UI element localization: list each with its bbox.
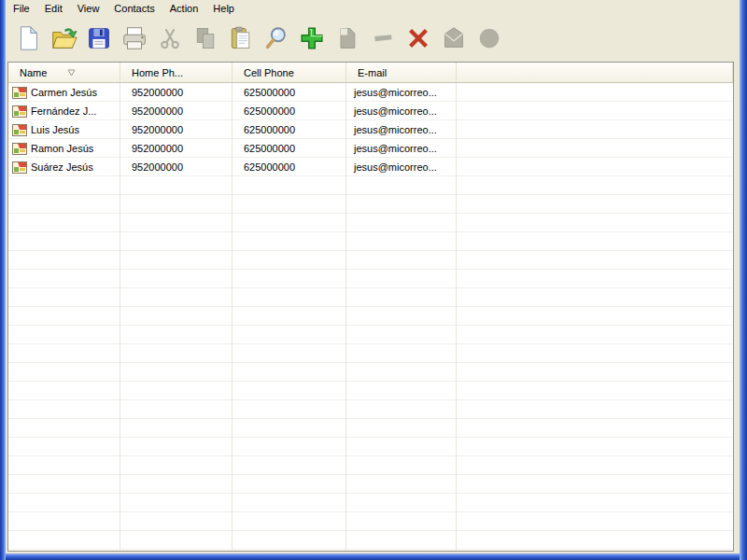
contact-name-text: Carmen Jesús bbox=[31, 87, 97, 98]
contact-card-icon bbox=[12, 142, 27, 156]
scissors-icon bbox=[157, 24, 183, 52]
contact-card-icon bbox=[12, 161, 27, 175]
save-floppy-icon bbox=[85, 24, 113, 52]
window-border-bottom bbox=[0, 553, 747, 560]
menu-item-contacts[interactable]: Contacts bbox=[106, 1, 162, 16]
window-border-right bbox=[740, 0, 747, 560]
cell-cell-phone: 625000000 bbox=[233, 83, 346, 102]
contacts-table: NameHome Ph...Cell PhoneE-mail Carmen Je… bbox=[7, 62, 734, 552]
contact-row[interactable]: Suárez Jesús952000000625000000jesus@mico… bbox=[8, 158, 733, 176]
contact-name-text: Luis Jesús bbox=[31, 124, 79, 135]
column-header-home_phone[interactable]: Home Ph... bbox=[120, 63, 233, 82]
column-header-label: Name bbox=[20, 67, 47, 78]
open-folder-icon bbox=[49, 24, 78, 52]
toolbar bbox=[6, 16, 740, 60]
column-header-name[interactable]: Name bbox=[8, 63, 120, 82]
contact-card-icon bbox=[12, 86, 27, 100]
remove-contact-button bbox=[365, 21, 401, 56]
cell-name: Fernández J... bbox=[8, 102, 120, 120]
contact-row[interactable]: Ramon Jesús952000000625000000jesus@micor… bbox=[8, 139, 733, 158]
menu-item-file[interactable]: File bbox=[6, 1, 37, 16]
cell-home-phone: 952000000 bbox=[120, 102, 233, 120]
send-mail-button bbox=[436, 21, 472, 56]
cut-button bbox=[152, 21, 188, 56]
contact-row[interactable]: Fernández J...952000000625000000jesus@mi… bbox=[8, 102, 733, 120]
cell-home-phone: 952000000 bbox=[120, 139, 233, 158]
printer-icon bbox=[120, 24, 149, 52]
contact-card-icon bbox=[12, 123, 27, 137]
gray-minus-icon bbox=[369, 24, 397, 52]
cell-email: jesus@micorreo... bbox=[346, 102, 457, 120]
new-document-icon bbox=[14, 24, 42, 52]
new-button[interactable] bbox=[10, 21, 46, 56]
cell-name: Ramon Jesús bbox=[8, 139, 120, 158]
envelope-icon bbox=[440, 24, 468, 52]
contact-row[interactable]: Carmen Jesús952000000625000000jesus@mico… bbox=[8, 83, 733, 102]
contact-card-icon bbox=[12, 105, 27, 119]
cell-cell-phone: 625000000 bbox=[233, 139, 346, 158]
cell-cell-phone: 625000000 bbox=[233, 120, 346, 139]
column-header-label: Home Ph... bbox=[132, 67, 183, 78]
contact-row[interactable]: Luis Jesús952000000625000000jesus@micorr… bbox=[8, 120, 733, 139]
cell-name: Suárez Jesús bbox=[8, 158, 120, 176]
add-contact-button[interactable] bbox=[294, 21, 330, 56]
column-header-email[interactable]: E-mail bbox=[346, 63, 457, 82]
cell-email: jesus@micorreo... bbox=[346, 120, 457, 139]
column-header-label: Cell Phone bbox=[244, 67, 294, 78]
save-button[interactable] bbox=[81, 21, 117, 56]
gray-ball-icon bbox=[475, 24, 503, 52]
column-header-cell_phone[interactable]: Cell Phone bbox=[233, 63, 346, 82]
paste-button[interactable] bbox=[223, 21, 259, 56]
copy-button bbox=[188, 21, 223, 56]
cell-home-phone: 952000000 bbox=[120, 83, 233, 102]
column-header-filler bbox=[457, 63, 733, 82]
cell-cell-phone: 625000000 bbox=[233, 102, 346, 120]
red-x-icon bbox=[404, 24, 432, 52]
clipboard-icon bbox=[228, 24, 254, 52]
print-button[interactable] bbox=[117, 21, 152, 56]
gray-page-icon bbox=[334, 24, 360, 52]
window-border-left bbox=[0, 0, 6, 560]
cell-cell-phone: 625000000 bbox=[233, 158, 346, 176]
cell-home-phone: 952000000 bbox=[120, 158, 233, 176]
cell-email: jesus@micorreo... bbox=[346, 83, 457, 102]
contact-name-text: Fernández J... bbox=[31, 105, 96, 117]
magnifier-icon bbox=[262, 24, 290, 52]
sort-desc-icon bbox=[67, 69, 76, 77]
menu-item-help[interactable]: Help bbox=[205, 1, 242, 16]
menu-item-view[interactable]: View bbox=[70, 1, 107, 16]
contact-name-text: Suárez Jesús bbox=[31, 161, 93, 173]
cell-home-phone: 952000000 bbox=[120, 120, 233, 139]
copy-pages-icon bbox=[192, 24, 218, 52]
table-header: NameHome Ph...Cell PhoneE-mail bbox=[8, 63, 733, 83]
cell-name: Carmen Jesús bbox=[8, 83, 120, 102]
find-button[interactable] bbox=[259, 21, 294, 56]
contact-name-text: Ramon Jesús bbox=[31, 143, 93, 154]
cell-name: Luis Jesús bbox=[8, 120, 120, 139]
green-plus-icon bbox=[298, 24, 326, 52]
menu-bar: FileEditViewContactsActionHelp bbox=[6, 0, 740, 16]
menu-item-action[interactable]: Action bbox=[162, 1, 206, 16]
column-header-label: E-mail bbox=[358, 67, 387, 78]
delete-button[interactable] bbox=[401, 21, 436, 56]
web-button bbox=[472, 21, 507, 56]
cell-email: jesus@micorreo... bbox=[346, 139, 457, 158]
menu-item-edit[interactable]: Edit bbox=[37, 1, 70, 16]
open-button[interactable] bbox=[46, 21, 81, 56]
table-body: Carmen Jesús952000000625000000jesus@mico… bbox=[8, 83, 733, 551]
cell-email: jesus@micorreo... bbox=[346, 158, 457, 176]
app-window: FileEditViewContactsActionHelp NameHome … bbox=[0, 0, 747, 560]
edit-contact-button bbox=[330, 21, 365, 56]
